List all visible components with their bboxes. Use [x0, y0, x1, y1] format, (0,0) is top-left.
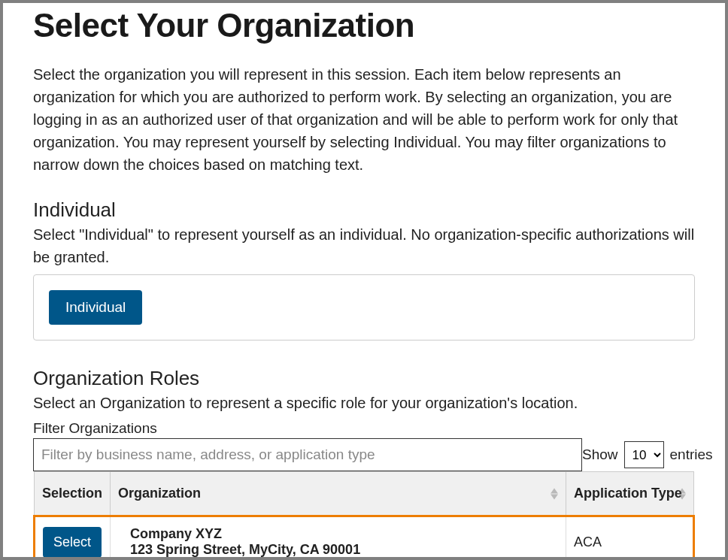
filter-input[interactable] — [33, 438, 582, 471]
filter-label: Filter Organizations — [33, 420, 695, 437]
individual-box: Individual — [33, 274, 695, 341]
intro-text: Select the organization you will represe… — [33, 63, 695, 176]
individual-button[interactable]: Individual — [49, 290, 142, 325]
page-title: Select Your Organization — [33, 7, 695, 44]
col-header-apptype[interactable]: Application Type — [566, 472, 694, 516]
col-header-apptype-label: Application Type — [574, 486, 682, 501]
entries-select[interactable]: 10 — [624, 441, 664, 468]
select-button[interactable]: Select — [43, 527, 102, 558]
col-header-organization[interactable]: Organization — [111, 472, 566, 516]
sort-icon — [678, 488, 686, 499]
col-header-organization-label: Organization — [118, 486, 201, 501]
table-row: Select Company XYZ 123 Spring Street, My… — [35, 516, 694, 561]
entries-text: entries — [670, 446, 713, 463]
org-roles-heading: Organization Roles — [33, 367, 695, 390]
individual-desc: Select "Individual" to represent yoursel… — [33, 223, 695, 268]
org-address: 123 Spring Street, MyCity, CA 90001 — [118, 542, 558, 558]
org-table: Selection Organization Application Type … — [33, 471, 695, 560]
org-name: Company XYZ — [118, 526, 558, 542]
org-roles-desc: Select an Organization to represent a sp… — [33, 392, 695, 414]
individual-heading: Individual — [33, 198, 695, 222]
app-type-cell: ACA — [566, 516, 694, 561]
col-header-selection: Selection — [35, 472, 111, 516]
sort-icon — [551, 488, 558, 499]
show-text: Show — [582, 446, 618, 463]
